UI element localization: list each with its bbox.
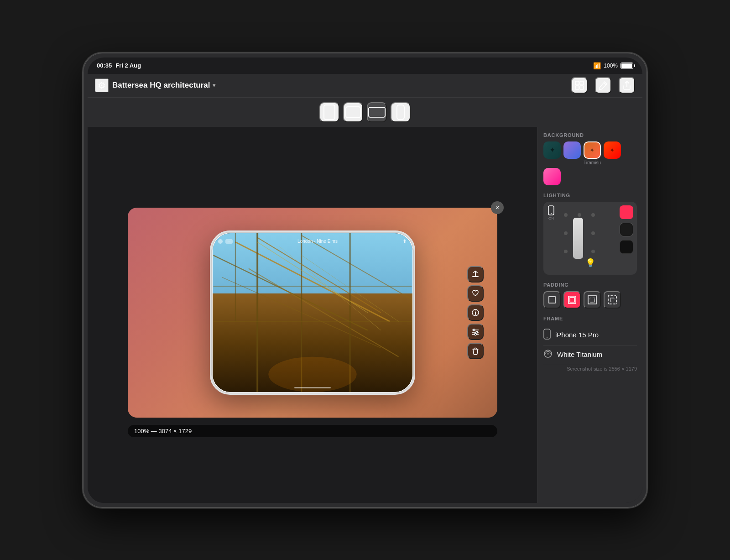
- frame-material-name: White Titanium: [557, 351, 602, 358]
- frame-device-option[interactable]: iPhone 15 Pro: [543, 325, 637, 345]
- swatch-purple-blue-wrapper: [563, 141, 581, 165]
- light-dot-1[interactable]: [564, 213, 568, 217]
- svg-point-32: [474, 333, 476, 335]
- swatch-tiramisu-label: Tiramisu: [584, 160, 601, 165]
- battery-percent: 100%: [604, 63, 618, 69]
- upload-button[interactable]: [467, 266, 484, 283]
- padding-small-button[interactable]: [563, 291, 581, 309]
- light-subject: [573, 218, 583, 259]
- favorite-button[interactable]: [467, 285, 484, 302]
- close-icon: ×: [495, 204, 499, 211]
- battery-icon: [620, 63, 633, 69]
- window-controls: ···: [218, 239, 233, 244]
- padding-none-button[interactable]: [543, 291, 561, 309]
- svg-rect-41: [610, 298, 614, 302]
- info-button[interactable]: [467, 304, 484, 321]
- brush-button[interactable]: [595, 77, 611, 94]
- padding-none-icon: [548, 295, 557, 304]
- adjust-button[interactable]: [467, 324, 484, 340]
- light-dot-6[interactable]: [564, 250, 568, 253]
- light-dot-5[interactable]: [591, 231, 595, 235]
- frame-material-option[interactable]: White Titanium: [543, 345, 637, 364]
- ipad-screen: 00:35 Fri 2 Aug 📶 100% ⚙ Battersea HQ: [88, 58, 642, 503]
- canvas-area[interactable]: ×: [88, 127, 537, 503]
- window-close-dot: [218, 239, 223, 244]
- background-section-title: BACKGROUND: [543, 132, 637, 138]
- iphone-top-bar: ··· London - Nine Elms ⬆: [213, 233, 412, 250]
- svg-rect-35: [549, 297, 555, 303]
- upload-icon: [471, 270, 480, 278]
- svg-line-12: [249, 268, 399, 356]
- gallery-button[interactable]: [571, 77, 588, 94]
- device-ipad-portrait-button[interactable]: [319, 102, 339, 122]
- device-iphone-portrait-button[interactable]: [391, 102, 411, 122]
- info-icon: [471, 309, 480, 317]
- svg-line-20: [257, 242, 368, 313]
- swatch-red[interactable]: ✦: [604, 141, 621, 159]
- project-title-container[interactable]: Battersea HQ architectural ▾: [112, 81, 215, 90]
- light-dot-8[interactable]: [591, 250, 595, 253]
- frame-material-svg: [543, 349, 553, 358]
- svg-point-45: [547, 353, 549, 355]
- frame-section: FRAME iPhone 15 Pro: [543, 316, 637, 372]
- device-ipad-landscape-button[interactable]: [343, 102, 363, 122]
- settings-button[interactable]: ⚙: [95, 79, 109, 92]
- svg-rect-7: [397, 105, 404, 120]
- lighting-color-buttons: [620, 205, 633, 254]
- frame-phone-svg: [543, 329, 551, 340]
- sliders-icon: [471, 328, 480, 336]
- lighting-section-title: LIGHTING: [543, 193, 637, 198]
- swatch-purple-blue[interactable]: [563, 141, 581, 159]
- window-more-icon: ···: [225, 239, 233, 244]
- settings-icon: ⚙: [98, 80, 106, 91]
- swatch-dark-teal[interactable]: ✦: [543, 141, 561, 159]
- close-button[interactable]: ×: [491, 201, 504, 214]
- frame-material-icon: [543, 349, 553, 360]
- light-color-dark[interactable]: [620, 223, 633, 236]
- main-content: ×: [88, 127, 642, 503]
- swatch-pink-wrapper: [543, 168, 561, 185]
- light-dot-2[interactable]: [578, 213, 581, 217]
- padding-medium-button[interactable]: [584, 291, 601, 309]
- svg-rect-40: [608, 296, 616, 304]
- home-indicator: [294, 387, 331, 388]
- share-button[interactable]: [619, 77, 635, 94]
- status-bar: 00:35 Fri 2 Aug 📶 100%: [88, 58, 642, 74]
- light-dot-4[interactable]: [564, 231, 568, 235]
- svg-rect-1: [580, 81, 584, 85]
- ipad-wide-icon: [368, 106, 386, 119]
- padding-medium-icon: [588, 295, 597, 304]
- iphone-window-title: London - Nine Elms: [233, 239, 402, 244]
- screenshot-canvas: ··· London - Nine Elms ⬆: [128, 208, 497, 418]
- svg-rect-3: [580, 86, 584, 89]
- svg-rect-0: [575, 81, 579, 85]
- svg-rect-39: [590, 298, 594, 302]
- frame-section-title: FRAME: [543, 316, 637, 321]
- iphone-frame: ··· London - Nine Elms ⬆: [210, 230, 415, 395]
- delete-button[interactable]: [467, 343, 484, 359]
- svg-line-21: [280, 246, 381, 330]
- iphone-share-icon[interactable]: ⬆: [402, 238, 407, 245]
- gallery-icon: [574, 80, 584, 90]
- frame-device-name: iPhone 15 Pro: [555, 331, 599, 339]
- swatch-pink[interactable]: [543, 168, 561, 185]
- lighting-panel: ON: [543, 202, 637, 275]
- padding-large-button[interactable]: [604, 291, 621, 309]
- iphone-content: ··· London - Nine Elms ⬆: [213, 233, 412, 392]
- svg-point-26: [475, 310, 476, 311]
- trash-icon: [471, 347, 480, 355]
- status-date: Fri 2 Aug: [115, 62, 141, 69]
- light-color-black[interactable]: [620, 240, 633, 254]
- light-dot-3[interactable]: [591, 213, 595, 217]
- app-container: 00:35 Fri 2 Aug 📶 100% ⚙ Battersea HQ: [88, 58, 642, 503]
- ipad-landscape-icon: [345, 106, 361, 119]
- background-section: BACKGROUND ✦: [543, 132, 637, 185]
- svg-rect-4: [324, 105, 335, 120]
- svg-rect-2: [575, 86, 579, 89]
- light-color-red[interactable]: [620, 205, 633, 219]
- padding-section: PADDING: [543, 282, 637, 309]
- swatch-tiramisu[interactable]: ✦: [584, 141, 601, 159]
- zoom-info: 100% — 3074 × 1729: [128, 425, 497, 437]
- device-ipad-wide-button[interactable]: [367, 102, 387, 122]
- svg-line-8: [235, 242, 390, 321]
